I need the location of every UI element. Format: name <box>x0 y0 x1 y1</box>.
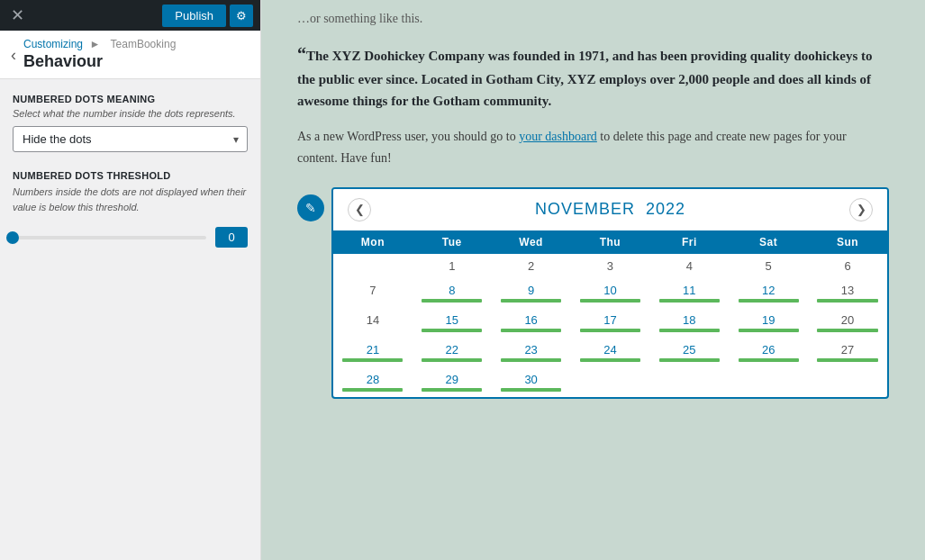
intro-line: …or something like this. <box>297 9 889 29</box>
calendar-day[interactable]: 4 <box>649 254 729 278</box>
day-number: 19 <box>730 313 806 327</box>
calendar-day[interactable]: 11 <box>649 278 729 308</box>
calendar-day[interactable]: 10 <box>571 278 650 308</box>
calendar-day[interactable] <box>729 367 808 397</box>
calendar-day[interactable]: 17 <box>571 308 650 338</box>
weekday-header: Tue <box>413 230 492 254</box>
body-text-1: As a new WordPress user, you should go t… <box>297 130 519 143</box>
slider-value: 0 <box>215 227 248 248</box>
day-number: 2 <box>494 259 569 273</box>
day-number: 22 <box>414 343 490 357</box>
day-number: 25 <box>651 343 727 357</box>
dots-meaning-section: Numbered dots meaning Select what the nu… <box>13 94 248 152</box>
calendar-day[interactable]: 13 <box>808 278 887 308</box>
dots-select[interactable]: Hide the dots Number of available slots … <box>13 126 248 152</box>
breadcrumb-separator: ► <box>89 38 103 50</box>
calendar-day[interactable]: 27 <box>808 338 887 367</box>
close-button[interactable]: ✕ <box>7 4 28 27</box>
calendar-thead: MonTueWedThuFriSatSun <box>333 230 887 254</box>
day-bar <box>501 329 561 332</box>
weekday-header: Fri <box>649 230 729 254</box>
day-bar <box>501 358 561 362</box>
day-bar <box>739 299 799 303</box>
calendar-week-row: 282930 <box>333 367 887 397</box>
slider-thumb[interactable] <box>6 231 19 244</box>
calendar-day[interactable]: 6 <box>808 254 887 278</box>
day-number: 10 <box>573 284 648 297</box>
day-bar <box>501 299 561 303</box>
body-text: As a new WordPress user, you should go t… <box>297 126 889 169</box>
calendar-day[interactable]: 23 <box>492 338 571 367</box>
day-bar <box>817 358 877 362</box>
threshold-desc: Numbers inside the dots are not displaye… <box>13 185 248 214</box>
day-bar <box>739 329 799 332</box>
calendar-week-row: 14151617181920 <box>333 308 887 338</box>
weekday-header: Mon <box>333 230 413 254</box>
publish-button[interactable]: Publish <box>162 5 226 27</box>
dashboard-link[interactable]: your dashboard <box>519 130 597 143</box>
day-bar <box>817 299 877 303</box>
back-button[interactable]: ‹ <box>11 47 16 63</box>
edit-calendar-button[interactable]: ✎ <box>297 194 324 221</box>
day-number: 1 <box>414 259 490 273</box>
calendar-day[interactable]: 29 <box>413 367 492 397</box>
calendar-day[interactable] <box>649 367 729 397</box>
breadcrumb-parent[interactable]: Customizing <box>23 38 83 50</box>
top-bar: ✕ Publish ⚙ <box>0 0 260 31</box>
calendar-day[interactable] <box>571 367 650 397</box>
calendar-wrapper: ✎ ❮ NOVEMBER 2022 ❯ MonTueWedThuFriSatSu… <box>297 187 889 399</box>
dots-meaning-desc: Select what the number inside the dots r… <box>13 108 248 119</box>
day-number: 14 <box>335 313 411 327</box>
calendar-day[interactable]: 14 <box>333 308 413 338</box>
calendar-day[interactable]: 8 <box>413 278 492 308</box>
dots-select-wrapper: Hide the dots Number of available slots … <box>13 126 248 152</box>
breadcrumb-child: TeamBooking <box>111 38 177 50</box>
calendar-day[interactable]: 1 <box>413 254 492 278</box>
day-bar <box>659 358 720 362</box>
calendar-day[interactable]: 9 <box>492 278 571 308</box>
day-number: 9 <box>494 284 569 297</box>
dots-meaning-label: Numbered dots meaning <box>13 94 248 104</box>
calendar-next-button[interactable]: ❯ <box>849 198 873 221</box>
calendar-prev-button[interactable]: ❮ <box>348 198 371 221</box>
day-number: 23 <box>494 343 569 357</box>
day-number: 28 <box>335 373 411 386</box>
calendar-day[interactable]: 28 <box>333 367 413 397</box>
weekday-header: Sun <box>808 230 887 254</box>
day-number: 16 <box>494 313 569 327</box>
calendar-day[interactable]: 21 <box>333 338 413 367</box>
calendar-day[interactable]: 20 <box>808 308 887 338</box>
calendar-day[interactable]: 15 <box>413 308 492 338</box>
calendar-day[interactable]: 16 <box>492 308 571 338</box>
calendar-day[interactable] <box>808 367 887 397</box>
calendar-day[interactable]: 24 <box>571 338 650 367</box>
calendar-day[interactable]: 7 <box>333 278 413 308</box>
slider-track[interactable] <box>13 236 206 239</box>
calendar-day[interactable] <box>333 254 413 278</box>
calendar-day[interactable]: 3 <box>571 254 650 278</box>
nav-bar: ‹ Customizing ► TeamBooking Behaviour <box>0 31 260 79</box>
calendar-title: NOVEMBER 2022 <box>535 200 685 219</box>
day-number: 24 <box>573 343 648 357</box>
calendar-day[interactable]: 25 <box>649 338 729 367</box>
day-bar <box>422 358 482 362</box>
breadcrumb: Customizing ► TeamBooking <box>23 38 179 50</box>
calendar-weekday-row: MonTueWedThuFriSatSun <box>333 230 887 254</box>
calendar-week-row: 78910111213 <box>333 278 887 308</box>
calendar-day[interactable]: 2 <box>492 254 571 278</box>
day-number: 8 <box>414 284 490 297</box>
day-number: 27 <box>810 343 885 357</box>
calendar-day[interactable]: 26 <box>729 338 808 367</box>
calendar-week-row: 21222324252627 <box>333 338 887 367</box>
day-bar <box>580 358 640 362</box>
day-bar <box>580 299 640 303</box>
settings-button[interactable]: ⚙ <box>230 5 253 27</box>
calendar-day[interactable]: 5 <box>729 254 808 278</box>
calendar-day[interactable]: 18 <box>649 308 729 338</box>
calendar-day[interactable]: 30 <box>492 367 571 397</box>
day-bar <box>739 358 799 362</box>
calendar-day[interactable]: 22 <box>413 338 492 367</box>
section-title: Behaviour <box>23 52 179 71</box>
calendar-day[interactable]: 12 <box>729 278 808 308</box>
calendar-day[interactable]: 19 <box>729 308 808 338</box>
